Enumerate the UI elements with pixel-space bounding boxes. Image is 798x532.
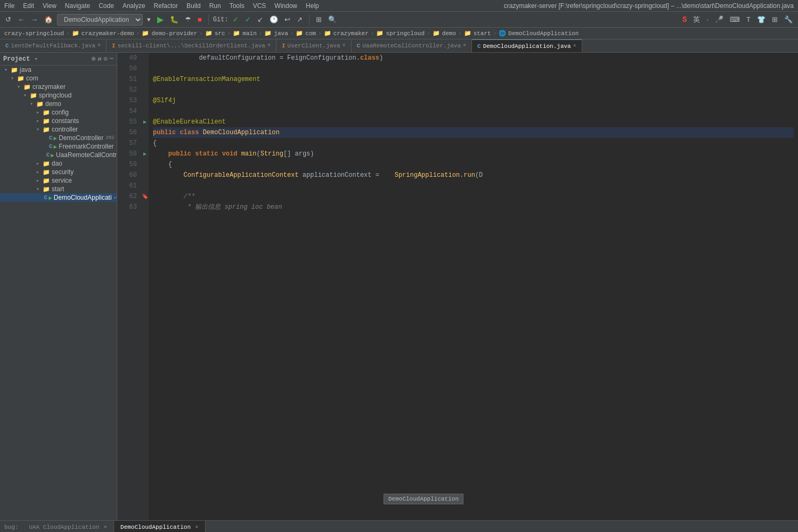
gutter: ▶ ▶ 🔖 bbox=[141, 53, 149, 520]
tab-close-democlouapp[interactable]: × bbox=[573, 43, 576, 49]
menu-view[interactable]: View bbox=[43, 2, 56, 10]
run-coverage[interactable]: ☂ bbox=[183, 14, 193, 24]
tree-constants[interactable]: 📁 constants bbox=[0, 117, 117, 125]
debug-button[interactable]: 🐛 bbox=[168, 14, 181, 24]
gutter-58[interactable]: ▶ bbox=[141, 149, 149, 159]
toolbar-home[interactable]: 🏠 bbox=[42, 14, 55, 24]
sogou-grid[interactable]: ⊞ bbox=[770, 14, 780, 24]
tree-config[interactable]: 📁 config bbox=[0, 108, 117, 117]
code-display[interactable]: defaultConfiguration = FeignConfiguratio… bbox=[149, 53, 798, 520]
sogou-btn2[interactable]: · bbox=[704, 14, 711, 24]
bc-crazy-springcloud[interactable]: crazy-springcloud bbox=[4, 30, 64, 37]
bc-start[interactable]: start bbox=[474, 30, 491, 37]
tab-uaa[interactable]: C UaaRemoteCallController.java × bbox=[352, 39, 472, 52]
tree-dao[interactable]: 📁 dao bbox=[0, 159, 117, 168]
menu-edit[interactable]: Edit bbox=[23, 2, 34, 10]
gutter-55[interactable]: ▶ bbox=[141, 117, 149, 127]
git-arrow[interactable]: ↙ bbox=[255, 14, 265, 24]
arrow-constants bbox=[36, 118, 43, 124]
bc-demo[interactable]: demo bbox=[442, 30, 456, 37]
bc-src[interactable]: src bbox=[215, 30, 225, 37]
bc-java[interactable]: java bbox=[274, 30, 288, 37]
sidebar-dropdown[interactable]: ▾ bbox=[34, 55, 38, 62]
layout-button[interactable]: ⊞ bbox=[314, 14, 324, 24]
stop-button[interactable]: ■ bbox=[196, 14, 204, 24]
tab-close-seckill[interactable]: × bbox=[267, 43, 271, 48]
search-button[interactable]: 🔍 bbox=[326, 14, 339, 24]
menu-run[interactable]: Run bbox=[209, 2, 221, 10]
sidebar-icon-settings[interactable]: ⚙ bbox=[104, 55, 108, 63]
tab-label-seckill: seckill-client\...\SeckillOrderClient.ja… bbox=[118, 43, 265, 49]
sogou-btn1[interactable]: 英 bbox=[691, 14, 702, 26]
sogou-extra[interactable]: T bbox=[744, 14, 753, 24]
git-check2[interactable]: ✓ bbox=[243, 14, 253, 24]
tab-seckill[interactable]: I seckill-client\...\SeckillOrderClient.… bbox=[107, 39, 276, 52]
tree-security[interactable]: 📁 security bbox=[0, 168, 117, 176]
menu-help[interactable]: Help bbox=[306, 2, 319, 10]
run-58-icon[interactable]: ▶ bbox=[143, 151, 146, 157]
tree-com[interactable]: 📁 com bbox=[0, 74, 117, 83]
sidebar-icon-sync[interactable]: ⇄ bbox=[97, 55, 101, 63]
sidebar-icon-plus[interactable]: ⊕ bbox=[92, 55, 95, 63]
bc-crazymaker-demo[interactable]: crazymaker-demo bbox=[82, 30, 134, 37]
sogou-keyboard[interactable]: ⌨ bbox=[728, 14, 742, 24]
sogou-tool[interactable]: 🔧 bbox=[782, 14, 795, 24]
git-revert[interactable]: ↩ bbox=[282, 14, 292, 24]
bc-crazymaker[interactable]: crazymaker bbox=[333, 30, 369, 37]
toolbar-dropdown[interactable]: ▾ bbox=[145, 14, 153, 24]
run-button[interactable]: ▶ bbox=[155, 13, 166, 26]
bc-main[interactable]: main bbox=[242, 30, 256, 37]
menu-file[interactable]: File bbox=[4, 2, 14, 10]
tree-crazymaker[interactable]: 📁 crazymaker bbox=[0, 83, 117, 91]
tree-crazymaker-label: crazymaker bbox=[32, 83, 66, 91]
tab-ient[interactable]: C ientDefaultFallback.java × bbox=[0, 39, 107, 52]
debug-tab-demo[interactable]: DemoCloudApplication × bbox=[114, 521, 206, 533]
debug-tab-uaa-close[interactable]: × bbox=[103, 524, 107, 530]
tab-userclient[interactable]: I UserClient.java × bbox=[276, 39, 352, 52]
sogou-shirt[interactable]: 👕 bbox=[755, 14, 768, 24]
tab-close-ient[interactable]: × bbox=[97, 43, 101, 48]
bc-com[interactable]: com bbox=[305, 30, 316, 37]
bc-demo-cloud-app[interactable]: DemoCloudApplication bbox=[508, 30, 579, 37]
tree-service[interactable]: 📁 service bbox=[0, 176, 117, 185]
tree-springcloud[interactable]: 📁 springcloud bbox=[0, 91, 117, 100]
tab-close-userclient[interactable]: × bbox=[343, 43, 346, 48]
tree-start[interactable]: 📁 start bbox=[0, 185, 117, 193]
tree-democlouapp[interactable]: C ▶ DemoCloudApplicati ↩ bbox=[0, 193, 117, 202]
menu-refactor[interactable]: Refactor bbox=[154, 2, 178, 10]
menu-code[interactable]: Code bbox=[99, 2, 114, 10]
git-history[interactable]: 🕐 bbox=[267, 14, 280, 24]
project-selector[interactable]: DemoCloudApplication bbox=[57, 14, 143, 26]
toolbar-back[interactable]: ← bbox=[15, 14, 27, 24]
tab-close-uaa[interactable]: × bbox=[463, 43, 466, 48]
debug-tab-demo-close[interactable]: × bbox=[195, 524, 199, 530]
run-55-icon[interactable]: ▶ bbox=[143, 119, 146, 125]
toolbar-refresh[interactable]: ↺ bbox=[3, 14, 13, 24]
debug-tab-uaa[interactable]: UAA CloudApplication × bbox=[22, 521, 114, 533]
sidebar-icon-minus[interactable]: — bbox=[110, 55, 113, 63]
menu-analyze[interactable]: Analyze bbox=[123, 2, 145, 10]
bc-springcloud[interactable]: springcloud bbox=[386, 30, 425, 37]
git-push[interactable]: ↗ bbox=[295, 14, 305, 24]
folder-dao-icon: 📁 bbox=[43, 160, 50, 167]
tree-controller[interactable]: 📁 controller bbox=[0, 125, 117, 134]
tab-democlouapp[interactable]: C DemoCloudApplication.java × bbox=[472, 39, 582, 52]
bc-demo-provider[interactable]: demo-provider bbox=[151, 30, 197, 37]
folder-controller-icon: 📁 bbox=[43, 126, 50, 133]
sogou-mic[interactable]: 🎤 bbox=[713, 14, 726, 24]
menu-window[interactable]: Window bbox=[274, 2, 297, 10]
gutter-49 bbox=[141, 53, 149, 63]
menu-navigate[interactable]: Navigate bbox=[65, 2, 90, 10]
tree-java[interactable]: 📁 java bbox=[0, 66, 117, 74]
menu-tools[interactable]: Tools bbox=[230, 2, 245, 10]
git-check[interactable]: ✓ bbox=[231, 14, 241, 24]
tab-icon-uaa: C bbox=[357, 43, 361, 49]
tree-freemarkcontroller[interactable]: C ▶ FreemarkController bbox=[0, 142, 117, 151]
menu-vcs[interactable]: VCS bbox=[253, 2, 266, 10]
menu-build[interactable]: Build bbox=[186, 2, 201, 10]
tree-uaacontroller[interactable]: C ▶ UaaRemoteCallContr bbox=[0, 151, 117, 159]
tree-democontroller[interactable]: C ▶ DemoController 202 bbox=[0, 134, 117, 142]
tree-demo[interactable]: 📁 demo bbox=[0, 100, 117, 108]
toolbar-forward[interactable]: → bbox=[29, 14, 40, 24]
gutter-50 bbox=[141, 63, 149, 74]
